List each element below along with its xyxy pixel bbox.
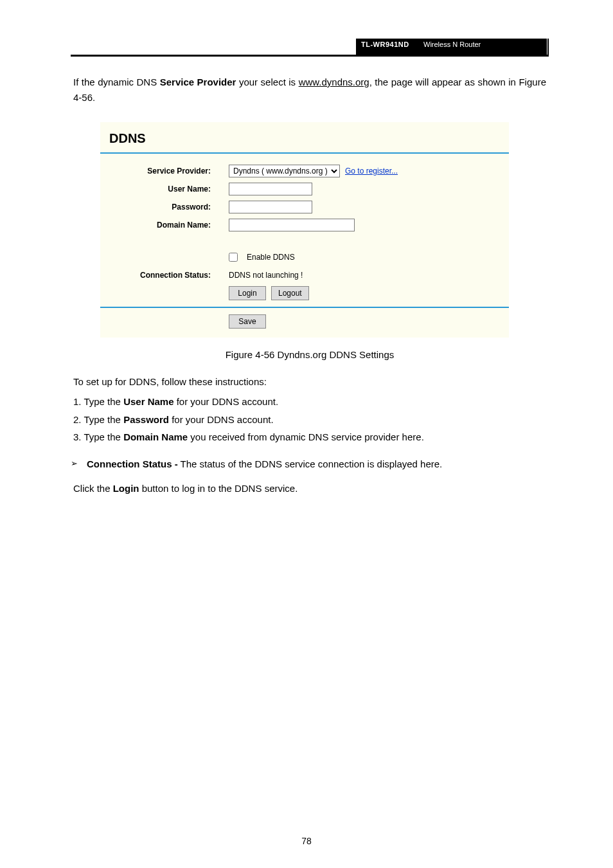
login-button[interactable]: Login [229, 286, 266, 300]
step-3: 3. Type the Domain Name you received fro… [73, 429, 546, 446]
login-instruction: Click the Login button to log in to the … [73, 481, 546, 496]
ddns-title: DDNS [109, 131, 509, 146]
label-service-provider: Service Provider: [100, 167, 229, 176]
user-name-input[interactable] [229, 183, 312, 195]
steps-list: 1. Type the User Name for your DDNS acco… [73, 393, 546, 446]
bullet-label: Connection Status - [87, 458, 178, 469]
enable-ddns-label: Enable DDNS [247, 253, 295, 262]
bullet-row: ➢ Connection Status - The status of the … [71, 458, 549, 469]
enable-ddns-checkbox[interactable] [229, 253, 238, 262]
bullet-text: The status of the DDNS service connectio… [181, 458, 443, 469]
arrow-icon: ➢ [71, 458, 78, 469]
product-model: TL-WR941ND [361, 41, 409, 48]
ddns-panel: DDNS Service Provider: Dyndns ( www.dynd… [100, 122, 509, 338]
domain-name-input[interactable] [229, 219, 355, 231]
figure-caption: Figure 4-56 Dyndns.org DDNS Settings [71, 349, 549, 360]
step-1: 1. Type the User Name for your DDNS acco… [73, 393, 546, 410]
page-number: 78 [0, 836, 613, 846]
label-domain-name: Domain Name: [100, 221, 229, 230]
header-black-box: TL-WR941ND Wireless N Router [356, 39, 549, 55]
register-link[interactable]: Go to register... [345, 167, 398, 176]
password-input[interactable] [229, 201, 312, 213]
figure-screenshot: DDNS Service Provider: Dyndns ( www.dynd… [100, 122, 549, 338]
steps-intro: To set up for DDNS, follow these instruc… [73, 374, 546, 390]
service-provider-select[interactable]: Dyndns ( www.dyndns.org ) [229, 165, 340, 177]
connection-status-text: DDNS not launching ! [229, 271, 303, 280]
label-password: Password: [100, 203, 229, 212]
intro-paragraph: If the dynamic DNS Service Provider your… [73, 75, 546, 105]
label-user-name: User Name: [100, 185, 229, 194]
step-2: 2. Type the Password for your DDNS accou… [73, 411, 546, 428]
label-connection-status: Connection Status: [100, 271, 229, 280]
product-name: Wireless N Router [423, 41, 481, 48]
logout-button[interactable]: Logout [271, 286, 309, 300]
header-bar: TL-WR941ND Wireless N Router [71, 39, 549, 57]
save-button[interactable]: Save [229, 314, 266, 329]
